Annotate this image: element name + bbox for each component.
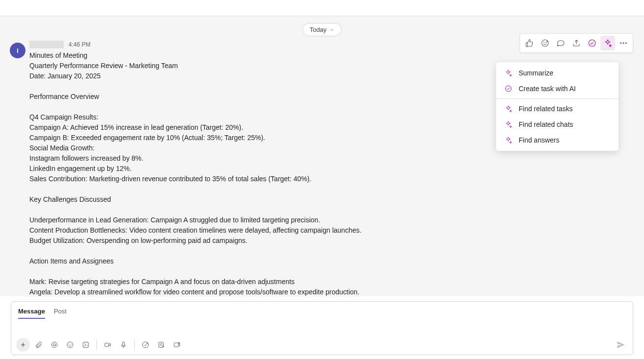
emoji-button[interactable] (538, 36, 552, 50)
svg-point-6 (625, 43, 626, 44)
blank-line (29, 266, 634, 277)
ai-dropdown-menu: Summarize Create task with AI Find relat… (496, 62, 619, 151)
tab-label: Message (18, 308, 45, 315)
sparkle-icon (504, 136, 513, 144)
menu-label: Find answers (519, 136, 559, 144)
sparkle-icon (504, 69, 513, 77)
emoji-compose-button[interactable] (63, 338, 77, 352)
video-button[interactable] (101, 338, 115, 352)
message-timestamp: 4:46 PM (69, 41, 91, 48)
compose-tab-post[interactable]: Post (54, 305, 67, 319)
toolbar-separator (96, 340, 97, 350)
message-line: Angela: Develop a streamlined workflow f… (29, 287, 634, 296)
top-bar (0, 0, 644, 16)
task-compose-button[interactable] (139, 338, 152, 352)
compose-area: Message Post (0, 296, 644, 359)
svg-point-8 (53, 344, 56, 346)
reply-button[interactable] (553, 36, 568, 50)
message-line: Key Challenges Discussed (29, 194, 634, 205)
svg-point-9 (67, 342, 73, 348)
menu-label: Find related tasks (519, 105, 573, 113)
svg-point-11 (71, 344, 72, 344)
messages-area: Today (0, 16, 644, 296)
ai-actions-button[interactable] (600, 36, 615, 50)
menu-summarize[interactable]: Summarize (496, 65, 619, 81)
message-hover-toolbar (520, 33, 633, 53)
message-line: Action Items and Assignees (29, 256, 634, 266)
menu-label: Summarize (519, 69, 553, 77)
message-line: Underperformance in Lead Generation: Cam… (29, 215, 634, 225)
menu-find-chats[interactable]: Find related chats (496, 117, 619, 132)
attach-button[interactable] (32, 338, 46, 352)
like-button[interactable] (522, 36, 537, 50)
message-line: Instagram followers increased by 8%. (29, 153, 634, 164)
share-button[interactable] (569, 36, 584, 50)
create-task-button[interactable] (585, 36, 599, 50)
svg-rect-17 (174, 343, 179, 347)
message-line: Sales Contribution: Marketing-driven rev… (29, 174, 634, 184)
task-check-icon (504, 85, 513, 93)
audio-button[interactable] (117, 338, 130, 352)
menu-create-task[interactable]: Create task with AI (496, 81, 619, 96)
more-options-button[interactable] (616, 36, 631, 50)
mention-button[interactable] (48, 338, 61, 352)
svg-point-3 (589, 40, 596, 47)
svg-point-10 (69, 344, 70, 344)
svg-rect-14 (122, 342, 124, 346)
blank-line (29, 246, 634, 256)
message-line: LinkedIn engagement up by 12%. (29, 164, 634, 174)
compose-toolbar (11, 335, 633, 355)
menu-find-tasks[interactable]: Find related tasks (496, 101, 619, 117)
message-line: Content Production Bottlenecks: Video co… (29, 225, 634, 236)
send-button[interactable] (614, 338, 628, 352)
avatar-initial: I (17, 47, 19, 54)
loom-button[interactable] (170, 338, 184, 352)
toolbar-separator (134, 340, 135, 350)
add-button[interactable] (16, 338, 30, 352)
giphy-button[interactable] (79, 338, 93, 352)
message-line: Mark: Revise targeting strategies for Ca… (29, 277, 634, 287)
svg-point-7 (505, 86, 511, 92)
menu-find-answers[interactable]: Find answers (496, 132, 619, 148)
message-line: Budget Utilization: Overspending on low-… (29, 236, 634, 246)
menu-label: Find related chats (519, 120, 573, 128)
tab-label: Post (54, 308, 67, 315)
date-pill[interactable]: Today (302, 23, 342, 36)
svg-point-4 (620, 43, 621, 44)
date-label: Today (310, 26, 327, 33)
blank-line (29, 205, 634, 215)
svg-point-5 (623, 43, 624, 44)
avatar: I (10, 43, 25, 58)
compose-tabs: Message Post (11, 302, 633, 319)
menu-divider (496, 98, 619, 99)
svg-rect-13 (105, 343, 109, 347)
sparkle-icon (504, 105, 513, 113)
blank-line (29, 184, 634, 194)
sparkle-icon (504, 120, 513, 128)
svg-point-2 (546, 42, 547, 43)
compose-box: Message Post (11, 301, 633, 355)
snippet-button[interactable] (154, 338, 168, 352)
svg-point-1 (544, 42, 544, 43)
sender-name (29, 41, 64, 48)
chevron-down-icon (330, 27, 334, 32)
compose-tab-message[interactable]: Message (18, 305, 45, 319)
menu-label: Create task with AI (519, 85, 576, 93)
compose-input[interactable] (11, 319, 633, 335)
